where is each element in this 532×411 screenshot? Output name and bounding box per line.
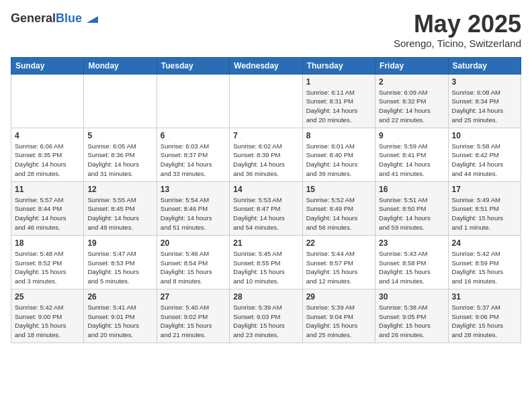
day-number: 29 bbox=[306, 292, 371, 302]
day-info: Sunrise: 5:55 AM Sunset: 8:45 PM Dayligh… bbox=[87, 195, 152, 232]
calendar-cell: 26Sunrise: 5:41 AM Sunset: 9:01 PM Dayli… bbox=[84, 289, 157, 342]
calendar-cell: 7Sunrise: 6:02 AM Sunset: 8:39 PM Daylig… bbox=[230, 128, 302, 181]
weekday-header-sunday: Sunday bbox=[11, 57, 84, 74]
day-number: 16 bbox=[379, 185, 444, 194]
day-info: Sunrise: 5:44 AM Sunset: 8:57 PM Dayligh… bbox=[306, 249, 371, 286]
calendar-week-row: 1Sunrise: 6:11 AM Sunset: 8:31 PM Daylig… bbox=[11, 74, 521, 128]
day-info: Sunrise: 5:51 AM Sunset: 8:50 PM Dayligh… bbox=[379, 195, 444, 232]
page-header: GeneralBlue May 2025 Sorengo, Ticino, Sw… bbox=[11, 11, 521, 49]
calendar-cell: 3Sunrise: 6:08 AM Sunset: 8:34 PM Daylig… bbox=[448, 74, 521, 128]
calendar-cell: 28Sunrise: 5:39 AM Sunset: 9:03 PM Dayli… bbox=[230, 289, 302, 342]
day-info: Sunrise: 5:39 AM Sunset: 9:04 PM Dayligh… bbox=[306, 303, 371, 340]
day-number: 9 bbox=[379, 131, 444, 140]
calendar-cell bbox=[11, 74, 84, 128]
svg-marker-0 bbox=[87, 16, 98, 23]
calendar-cell: 25Sunrise: 5:42 AM Sunset: 9:00 PM Dayli… bbox=[11, 289, 84, 342]
day-number: 10 bbox=[452, 131, 517, 140]
day-number: 4 bbox=[15, 131, 80, 140]
weekday-header-friday: Friday bbox=[375, 57, 448, 74]
weekday-header-monday: Monday bbox=[84, 57, 157, 74]
calendar-week-row: 18Sunrise: 5:48 AM Sunset: 8:52 PM Dayli… bbox=[11, 235, 521, 289]
day-number: 25 bbox=[15, 292, 80, 302]
day-number: 7 bbox=[233, 131, 298, 140]
calendar-cell: 10Sunrise: 5:58 AM Sunset: 8:42 PM Dayli… bbox=[448, 128, 521, 181]
day-info: Sunrise: 5:39 AM Sunset: 9:03 PM Dayligh… bbox=[233, 303, 298, 340]
day-info: Sunrise: 5:49 AM Sunset: 8:51 PM Dayligh… bbox=[452, 195, 517, 232]
day-number: 26 bbox=[87, 292, 152, 302]
calendar-cell: 13Sunrise: 5:54 AM Sunset: 8:46 PM Dayli… bbox=[157, 181, 229, 235]
calendar-cell: 9Sunrise: 5:59 AM Sunset: 8:41 PM Daylig… bbox=[375, 128, 448, 181]
day-info: Sunrise: 6:06 AM Sunset: 8:35 PM Dayligh… bbox=[15, 142, 80, 179]
calendar-cell bbox=[157, 74, 229, 128]
calendar-cell: 15Sunrise: 5:52 AM Sunset: 8:49 PM Dayli… bbox=[302, 181, 375, 235]
day-number: 31 bbox=[452, 292, 517, 302]
location-title: Sorengo, Ticino, Switzerland bbox=[394, 38, 521, 49]
day-info: Sunrise: 5:52 AM Sunset: 8:49 PM Dayligh… bbox=[306, 195, 371, 232]
day-number: 23 bbox=[379, 238, 444, 248]
day-number: 15 bbox=[306, 185, 371, 194]
calendar-cell: 16Sunrise: 5:51 AM Sunset: 8:50 PM Dayli… bbox=[375, 181, 448, 235]
calendar-cell: 21Sunrise: 5:45 AM Sunset: 8:55 PM Dayli… bbox=[230, 235, 302, 289]
day-number: 28 bbox=[233, 292, 298, 302]
title-block: May 2025 Sorengo, Ticino, Switzerland bbox=[394, 11, 521, 49]
calendar-cell: 17Sunrise: 5:49 AM Sunset: 8:51 PM Dayli… bbox=[448, 181, 521, 235]
day-number: 20 bbox=[161, 238, 226, 248]
day-info: Sunrise: 5:41 AM Sunset: 9:01 PM Dayligh… bbox=[87, 303, 152, 340]
calendar-cell: 8Sunrise: 6:01 AM Sunset: 8:40 PM Daylig… bbox=[302, 128, 375, 181]
day-number: 24 bbox=[452, 238, 517, 248]
day-number: 22 bbox=[306, 238, 371, 248]
day-info: Sunrise: 6:03 AM Sunset: 8:37 PM Dayligh… bbox=[161, 142, 226, 179]
calendar-cell: 27Sunrise: 5:40 AM Sunset: 9:02 PM Dayli… bbox=[157, 289, 229, 342]
calendar-cell: 19Sunrise: 5:47 AM Sunset: 8:53 PM Dayli… bbox=[84, 235, 157, 289]
day-info: Sunrise: 5:48 AM Sunset: 8:52 PM Dayligh… bbox=[15, 249, 80, 286]
day-info: Sunrise: 5:38 AM Sunset: 9:05 PM Dayligh… bbox=[379, 303, 444, 340]
day-number: 1 bbox=[306, 77, 371, 87]
calendar-cell: 20Sunrise: 5:46 AM Sunset: 8:54 PM Dayli… bbox=[157, 235, 229, 289]
calendar-cell: 14Sunrise: 5:53 AM Sunset: 8:47 PM Dayli… bbox=[230, 181, 302, 235]
logo-general: GeneralBlue bbox=[11, 11, 82, 26]
day-info: Sunrise: 5:45 AM Sunset: 8:55 PM Dayligh… bbox=[233, 249, 298, 286]
calendar-cell: 2Sunrise: 6:09 AM Sunset: 8:32 PM Daylig… bbox=[375, 74, 448, 128]
day-info: Sunrise: 5:57 AM Sunset: 8:44 PM Dayligh… bbox=[15, 195, 80, 232]
calendar-cell: 18Sunrise: 5:48 AM Sunset: 8:52 PM Dayli… bbox=[11, 235, 84, 289]
weekday-header-tuesday: Tuesday bbox=[157, 57, 229, 74]
calendar-cell: 1Sunrise: 6:11 AM Sunset: 8:31 PM Daylig… bbox=[302, 74, 375, 128]
logo: GeneralBlue bbox=[11, 11, 98, 26]
calendar-cell: 22Sunrise: 5:44 AM Sunset: 8:57 PM Dayli… bbox=[302, 235, 375, 289]
day-info: Sunrise: 6:08 AM Sunset: 8:34 PM Dayligh… bbox=[452, 88, 517, 125]
day-number: 17 bbox=[452, 185, 517, 194]
day-number: 3 bbox=[452, 77, 517, 87]
day-info: Sunrise: 5:46 AM Sunset: 8:54 PM Dayligh… bbox=[161, 249, 226, 286]
weekday-header-wednesday: Wednesday bbox=[230, 57, 302, 74]
day-number: 14 bbox=[233, 185, 298, 194]
day-info: Sunrise: 5:47 AM Sunset: 8:53 PM Dayligh… bbox=[87, 249, 152, 286]
calendar-cell: 5Sunrise: 6:05 AM Sunset: 8:36 PM Daylig… bbox=[84, 128, 157, 181]
calendar-cell: 24Sunrise: 5:42 AM Sunset: 8:59 PM Dayli… bbox=[448, 235, 521, 289]
calendar-cell bbox=[84, 74, 157, 128]
logo-icon bbox=[83, 11, 98, 26]
calendar-cell: 31Sunrise: 5:37 AM Sunset: 9:06 PM Dayli… bbox=[448, 289, 521, 342]
day-number: 5 bbox=[87, 131, 152, 140]
month-title: May 2025 bbox=[394, 11, 521, 38]
day-info: Sunrise: 5:58 AM Sunset: 8:42 PM Dayligh… bbox=[452, 142, 517, 179]
weekday-header-row: SundayMondayTuesdayWednesdayThursdayFrid… bbox=[11, 57, 521, 74]
day-number: 30 bbox=[379, 292, 444, 302]
calendar-cell: 4Sunrise: 6:06 AM Sunset: 8:35 PM Daylig… bbox=[11, 128, 84, 181]
day-number: 2 bbox=[379, 77, 444, 87]
day-info: Sunrise: 5:54 AM Sunset: 8:46 PM Dayligh… bbox=[161, 195, 226, 232]
day-number: 18 bbox=[15, 238, 80, 248]
day-number: 8 bbox=[306, 131, 371, 140]
day-info: Sunrise: 5:37 AM Sunset: 9:06 PM Dayligh… bbox=[452, 303, 517, 340]
weekday-header-thursday: Thursday bbox=[302, 57, 375, 74]
calendar-week-row: 11Sunrise: 5:57 AM Sunset: 8:44 PM Dayli… bbox=[11, 181, 521, 235]
calendar-week-row: 25Sunrise: 5:42 AM Sunset: 9:00 PM Dayli… bbox=[11, 289, 521, 342]
day-info: Sunrise: 5:53 AM Sunset: 8:47 PM Dayligh… bbox=[233, 195, 298, 232]
calendar-table: SundayMondayTuesdayWednesdayThursdayFrid… bbox=[11, 57, 521, 343]
day-number: 27 bbox=[161, 292, 226, 302]
day-number: 12 bbox=[87, 185, 152, 194]
calendar-cell: 6Sunrise: 6:03 AM Sunset: 8:37 PM Daylig… bbox=[157, 128, 229, 181]
day-info: Sunrise: 6:05 AM Sunset: 8:36 PM Dayligh… bbox=[87, 142, 152, 179]
day-info: Sunrise: 5:43 AM Sunset: 8:58 PM Dayligh… bbox=[379, 249, 444, 286]
day-info: Sunrise: 6:02 AM Sunset: 8:39 PM Dayligh… bbox=[233, 142, 298, 179]
calendar-cell bbox=[230, 74, 302, 128]
